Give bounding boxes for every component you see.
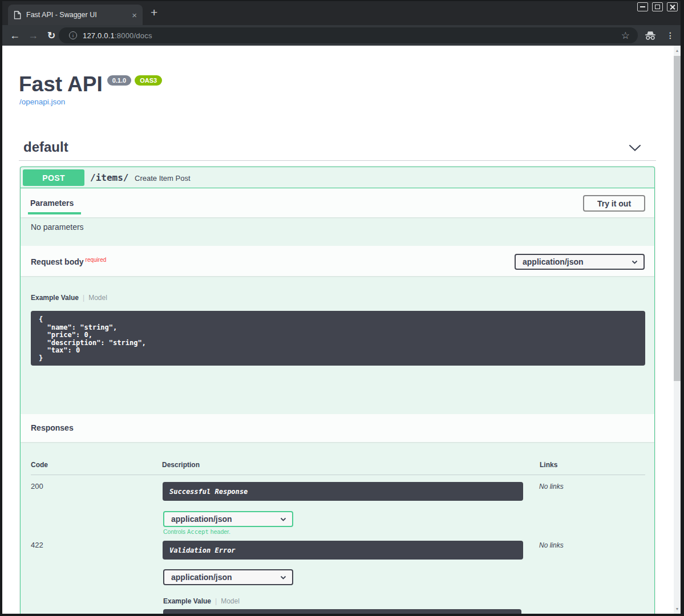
scrollbar-thumb[interactable] [674,56,681,381]
section-divider [19,160,656,161]
request-body-label: Request bodyrequired [31,257,106,266]
code-line: "price": 0, [39,331,637,339]
close-icon [670,5,675,10]
column-header-code: Code [31,461,48,469]
tab-title: Fast API - Swagger UI [26,11,128,19]
minimize-icon [640,6,645,7]
api-title-row: Fast API 0.1.0 OAS3 [19,73,162,96]
responses-label: Responses [31,423,74,432]
controls-note-code: Accept [187,528,209,535]
page-scrollbar[interactable]: ▲ ▼ [674,46,681,614]
request-example-code: { "name": "string", "price": 0, "descrip… [31,311,645,366]
oas3-badge: OAS3 [135,75,162,86]
active-tab-underline [28,212,81,214]
code-line: { [39,316,637,324]
code-line: "description": "string", [39,339,637,347]
request-body-header: Request bodyrequired application/json [21,246,654,276]
tab-separator: | [215,597,217,605]
maximize-icon [655,5,660,9]
tab-parameters[interactable]: Parameters [30,198,74,208]
operation-description: Create Item Post [135,174,191,183]
new-tab-button[interactable]: + [151,6,157,19]
close-button[interactable] [667,2,678,11]
select-chevron-icon [280,517,286,521]
browser-menu-icon[interactable]: ⋮ [666,31,674,40]
body-example-model-tabs: Example Value|Model [31,294,107,302]
opblock-post-items: POST /items/ Create Item Post Parameters… [20,167,655,614]
tab-example-value[interactable]: Example Value [163,597,211,605]
tag-section-header[interactable]: default [23,139,68,155]
url-path: :8000/docs [115,31,152,40]
response-example-model-tabs: Example Value|Model [163,597,240,605]
window-border-right [681,0,684,616]
method-badge: POST [23,169,84,186]
code-line: "tax": 0 [39,347,637,355]
window-border-left [0,0,2,616]
url-text: 127.0.0.1:8000/docs [83,31,152,40]
browser-titlebar: Fast API - Swagger UI × + [0,0,684,25]
controls-note-suffix: header. [209,528,230,535]
response-code-422: 422 [31,541,43,549]
api-title: Fast API [19,73,103,96]
maximize-button[interactable] [652,2,663,11]
site-info-icon[interactable]: i [69,31,77,39]
tab-close-icon[interactable]: × [132,11,137,19]
table-header-divider [31,475,645,475]
page-favicon-icon [14,11,21,19]
scroll-down-arrow[interactable]: ▼ [674,605,681,613]
request-content-type-value: application/json [523,257,584,266]
url-host: 127.0.0.1 [83,31,115,40]
browser-toolbar: ← → ↻ i 127.0.0.1:8000/docs ☆ ⋮ [0,25,684,46]
controls-accept-note: Controls Accept header. [163,528,230,535]
tab-model[interactable]: Model [221,597,240,605]
try-it-out-button[interactable]: Try it out [583,195,645,212]
parameters-header: Parameters Try it out [21,189,654,217]
refresh-button[interactable]: ↻ [44,25,58,46]
column-header-description: Description [162,461,200,469]
swagger-page: Fast API 0.1.0 OAS3 /openapi.json defaul… [2,46,674,614]
response-content-type-select-422[interactable]: application/json [163,569,293,585]
response-content-type-select-200[interactable]: application/json [163,511,293,527]
browser-window: Fast API - Swagger UI × + ← → ↻ i 127.0.… [0,0,684,616]
minimize-button[interactable] [637,2,648,11]
response-links-422: No links [539,541,564,549]
forward-button[interactable]: → [26,25,40,46]
response-code-200: 200 [31,482,43,491]
address-bar[interactable]: i 127.0.0.1:8000/docs ☆ [59,27,638,43]
operation-path: /items/ [90,172,128,183]
window-border-bottom [0,614,684,616]
scroll-up-arrow[interactable]: ▲ [674,46,681,55]
tab-example-value[interactable]: Example Value [31,294,79,302]
version-badge: 0.1.0 [107,75,131,86]
response-content-type-value-422: application/json [171,573,232,582]
operation-summary[interactable]: POST /items/ Create Item Post [21,167,654,188]
select-chevron-icon [280,576,286,579]
openapi-spec-link[interactable]: /openapi.json [19,98,65,106]
required-label: required [86,257,107,263]
window-controls [637,2,678,11]
responses-header: Responses [21,414,654,442]
response-links-200: No links [539,483,564,491]
controls-note-prefix: Controls [163,528,187,535]
browser-tab[interactable]: Fast API - Swagger UI × [8,5,143,25]
back-button[interactable]: ← [8,25,22,46]
tab-separator: | [83,294,84,302]
response-content-type-value-200: application/json [171,514,232,524]
request-body-label-text: Request body [31,257,84,266]
bookmark-star-icon[interactable]: ☆ [621,30,630,42]
response-description-200: Successful Response [163,482,523,501]
request-content-type-select[interactable]: application/json [515,254,645,270]
tab-model[interactable]: Model [88,294,107,302]
column-header-links: Links [540,461,557,469]
response-description-422: Validation Error [163,541,523,560]
no-parameters-text: No parameters [31,222,84,232]
window-border-top [0,0,684,1]
incognito-icon [644,31,657,40]
chevron-down-icon[interactable] [629,144,641,152]
code-line: } [39,355,637,363]
select-chevron-icon [632,260,638,264]
code-line: "name": "string", [39,324,637,332]
